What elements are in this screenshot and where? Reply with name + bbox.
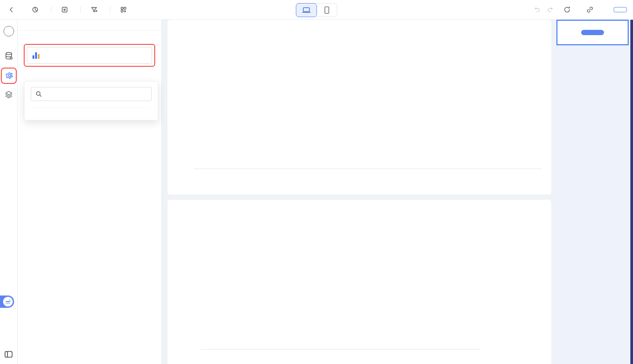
link-icon bbox=[586, 6, 593, 13]
linkage-filter-button[interactable] bbox=[583, 4, 600, 15]
toolbar-separator bbox=[80, 6, 81, 13]
page-settings-panel bbox=[18, 20, 162, 364]
preview-button[interactable] bbox=[614, 7, 627, 12]
top-chart-x-axis bbox=[194, 171, 544, 179]
search-icon bbox=[36, 91, 42, 97]
combo-bar-chart-card[interactable] bbox=[167, 20, 551, 195]
theme-dropdown[interactable] bbox=[27, 47, 152, 64]
selected-button-widget[interactable] bbox=[557, 20, 629, 45]
filter-item[interactable] bbox=[87, 4, 104, 15]
desktop-toggle[interactable] bbox=[296, 4, 316, 17]
stacked-bar-chart-card[interactable] bbox=[167, 200, 551, 364]
pie-chart-icon bbox=[32, 6, 39, 13]
top-chart-plot bbox=[194, 37, 542, 169]
title-section-toggle[interactable] bbox=[18, 20, 161, 30]
mobile-toggle[interactable] bbox=[316, 4, 337, 17]
theme-tabs bbox=[32, 107, 151, 108]
dashboard-style-section-toggle[interactable] bbox=[18, 31, 161, 41]
start-button[interactable] bbox=[581, 30, 604, 35]
app-root bbox=[0, 0, 633, 364]
bottom-chart-plot bbox=[201, 216, 480, 350]
more-item[interactable] bbox=[116, 4, 133, 15]
funnel-icon bbox=[91, 6, 98, 13]
theme-picker-popup bbox=[24, 81, 158, 120]
more-widgets-icon bbox=[120, 6, 127, 13]
theme-search-input[interactable] bbox=[44, 91, 147, 97]
device-toggle bbox=[296, 3, 337, 17]
rail-item-layers[interactable] bbox=[1, 90, 17, 100]
top-toolbar bbox=[0, 0, 633, 20]
toolbar-separator bbox=[110, 6, 110, 13]
todo-list-icon bbox=[3, 297, 13, 306]
rail-item-page[interactable] bbox=[2, 71, 18, 81]
theme-search-box bbox=[31, 87, 152, 101]
toolbar-separator bbox=[51, 6, 51, 13]
right-widget-panel bbox=[555, 20, 630, 364]
bottom-chart-x-axis bbox=[201, 352, 480, 360]
chart-menu-item[interactable] bbox=[28, 4, 45, 15]
bar-chart-icon bbox=[33, 52, 40, 59]
import-icon bbox=[61, 6, 68, 13]
sidebar-layout-toggle-icon[interactable] bbox=[4, 351, 13, 360]
collapse-back-icon[interactable] bbox=[4, 26, 14, 36]
refresh-icon bbox=[564, 6, 571, 13]
import-widget-item[interactable] bbox=[58, 4, 74, 15]
redo-icon[interactable] bbox=[547, 6, 554, 13]
refresh-button[interactable] bbox=[560, 4, 577, 15]
dashboard-canvas bbox=[162, 20, 555, 364]
back-chevron-icon[interactable] bbox=[6, 4, 17, 15]
theme-dropdown-highlight-box bbox=[24, 44, 155, 67]
left-icon-rail bbox=[0, 20, 18, 364]
region-axis bbox=[194, 29, 544, 36]
page-tool-highlight-box bbox=[1, 68, 17, 84]
assistant-float-button[interactable] bbox=[0, 296, 14, 308]
undo-icon[interactable] bbox=[534, 6, 541, 13]
current-theme-label bbox=[18, 41, 161, 43]
right-edge-strip bbox=[630, 0, 633, 364]
rail-item-config[interactable] bbox=[1, 51, 17, 61]
